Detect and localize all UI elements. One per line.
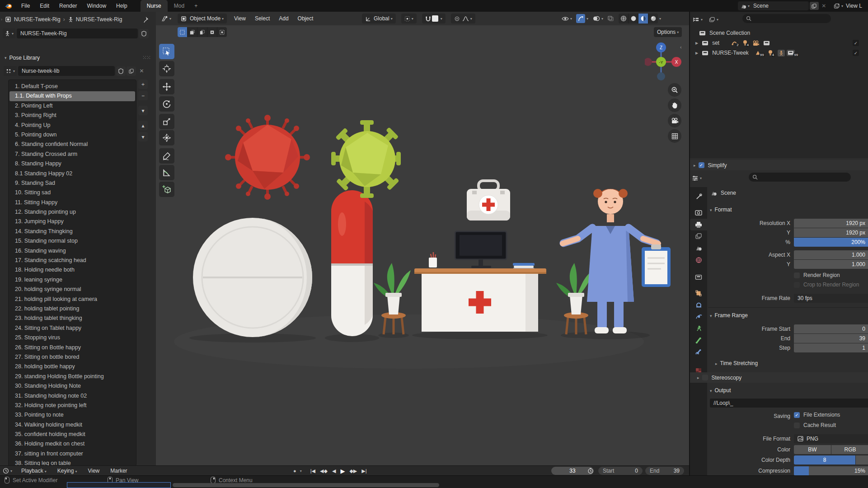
- pose-library-header[interactable]: ▾ Pose Library ⁙⁙: [0, 53, 156, 62]
- color-bw-button[interactable]: BW: [794, 445, 831, 454]
- pose-item[interactable]: 31. Standing holding note 02: [9, 391, 136, 401]
- use-preview-range-button[interactable]: [587, 468, 594, 474]
- output-panel-header[interactable]: ▾Output: [710, 386, 731, 395]
- simplify-panel-header[interactable]: ▸ ✓ Simplify: [690, 160, 868, 170]
- workspace-tab[interactable]: Nurse: [141, 0, 168, 12]
- select-intersect-mode-button[interactable]: [217, 27, 227, 37]
- pan-hand-button[interactable]: [668, 99, 681, 112]
- gizmos-dropdown[interactable]: ▾: [576, 14, 588, 23]
- pose-item[interactable]: 10. Sitting sad: [9, 188, 136, 197]
- new-scene-button[interactable]: [810, 2, 818, 10]
- tab-render[interactable]: [690, 207, 707, 219]
- frame-start-field[interactable]: 0: [794, 324, 868, 333]
- pose-specials-menu-button[interactable]: ▾: [138, 106, 148, 115]
- pin-icon[interactable]: [144, 16, 150, 23]
- pose-item[interactable]: 2. Pointing Left: [9, 101, 136, 111]
- tab-scene[interactable]: [690, 242, 707, 254]
- timeline-editor-type-button[interactable]: ▾: [3, 468, 12, 474]
- overlays-dropdown[interactable]: ▾: [592, 15, 603, 22]
- view-layer-selector[interactable]: ▾ View L: [834, 1, 862, 10]
- pose-item[interactable]: 18. Holding needle both: [9, 265, 136, 275]
- move-pose-down-button[interactable]: ▾: [138, 132, 148, 141]
- delete-scene-button[interactable]: ✕: [820, 2, 828, 10]
- outliner-scene-collection-row[interactable]: Scene Collection: [699, 28, 750, 38]
- tab-world[interactable]: [690, 254, 707, 266]
- shading-solid-button[interactable]: [629, 14, 638, 23]
- timeline-menu-playback[interactable]: Playback▾: [16, 468, 52, 474]
- tab-bone-constraints[interactable]: [690, 346, 707, 358]
- outliner-display-mode-button[interactable]: ▾: [693, 14, 703, 24]
- orthographic-toggle-button[interactable]: [668, 129, 681, 143]
- tab-output[interactable]: [690, 219, 707, 230]
- sidebar-toggle-arrow[interactable]: ‹: [680, 44, 682, 50]
- compression-slider[interactable]: 15%: [794, 466, 868, 475]
- shading-wireframe-button[interactable]: [619, 14, 629, 23]
- status-scrollbar[interactable]: [173, 483, 439, 487]
- zoom-button[interactable]: [668, 83, 681, 97]
- timeline-menu-view[interactable]: View: [82, 468, 105, 474]
- aspect-x-field[interactable]: 1.000: [794, 250, 868, 259]
- fake-user-shield-button[interactable]: [116, 66, 126, 76]
- expand-arrow-icon[interactable]: ▶: [695, 41, 698, 45]
- pose-library-name-field[interactable]: Nurse-tweek-lib: [18, 66, 115, 76]
- add-workspace-button[interactable]: +: [191, 3, 201, 9]
- file-format-dropdown[interactable]: PNG: [794, 434, 868, 443]
- region-toggle-icon[interactable]: ›: [1, 17, 2, 22]
- outliner-collection-row[interactable]: ▶ set 2 4 ✓: [695, 38, 867, 48]
- resolution-x-field[interactable]: 1920 px: [794, 219, 868, 228]
- pose-item[interactable]: 5. Pointing down: [9, 130, 136, 140]
- capsule-pill-object[interactable]: [331, 190, 373, 336]
- auto-keying-record-button[interactable]: ●: [291, 468, 299, 474]
- color-depth-16-button[interactable]: [856, 455, 868, 465]
- properties-search-input[interactable]: [749, 173, 851, 182]
- frame-end-field[interactable]: 39: [794, 334, 868, 343]
- tool-cursor[interactable]: [159, 61, 174, 76]
- frame-rate-dropdown[interactable]: 30 fps: [794, 294, 868, 303]
- select-invert-mode-button[interactable]: [207, 27, 217, 37]
- object-visibility-dropdown[interactable]: ▾: [562, 16, 572, 22]
- play-reverse-button[interactable]: ◀: [330, 468, 338, 474]
- output-path-field[interactable]: //Loop\_: [710, 399, 868, 408]
- pose-item[interactable]: 14. Standing Thingking: [9, 227, 136, 236]
- action-browse-button[interactable]: ▾: [4, 66, 17, 76]
- jump-to-end-button[interactable]: ▶|: [359, 468, 369, 474]
- frame-step-field[interactable]: 1: [794, 343, 868, 352]
- pose-item[interactable]: 36. Holding medkit on chest: [9, 439, 136, 449]
- pose-item[interactable]: 29. standing Holding Bottle pointing: [9, 372, 136, 381]
- properties-editor-type-button[interactable]: ▾: [692, 173, 702, 183]
- outliner-collection-row[interactable]: ▶ NURSE-Tweek 99 4 99 ✓: [695, 48, 867, 58]
- proportional-editing-toggle[interactable]: ▾: [451, 14, 475, 23]
- transform-orientation-dropdown[interactable]: Global▾: [362, 14, 396, 23]
- viewport-menu[interactable]: Object: [293, 15, 318, 22]
- stereoscopy-panel-header[interactable]: ▸ Stereoscopy: [690, 372, 868, 383]
- pose-item[interactable]: 8. Standing Happy: [9, 159, 136, 169]
- crop-render-region-checkbox[interactable]: [794, 282, 800, 288]
- unlink-button[interactable]: ✕: [137, 66, 146, 76]
- format-panel-header[interactable]: ▾Format: [710, 205, 732, 214]
- tool-select-box[interactable]: [159, 44, 174, 59]
- pose-item[interactable]: 16. Standing waving: [9, 246, 136, 256]
- viewport-menu[interactable]: Select: [250, 15, 274, 22]
- options-dropdown[interactable]: Options▾: [654, 27, 682, 37]
- tab-bone[interactable]: [690, 334, 707, 346]
- scene-field[interactable]: ▾ Scene: [738, 1, 809, 10]
- pose-item[interactable]: 24. Sitting on Tablet happy: [9, 324, 136, 333]
- pivot-point-dropdown[interactable]: ▾: [401, 14, 417, 23]
- previous-keyframe-button[interactable]: ◀◆: [318, 468, 330, 474]
- select-subtract-mode-button[interactable]: [197, 27, 207, 37]
- pose-item[interactable]: 13. Jumping Happy: [9, 217, 136, 226]
- pose-item[interactable]: 34. Walking holding medkit: [9, 420, 136, 430]
- pose-item[interactable]: 30. Standing Holding Note: [9, 381, 136, 391]
- shading-rendered-button[interactable]: [648, 14, 658, 23]
- resolution-percent-slider[interactable]: 200%: [794, 238, 868, 247]
- pose-item[interactable]: 19. leaning syringe: [9, 275, 136, 285]
- select-box-mode-button[interactable]: [178, 27, 188, 37]
- pose-item[interactable]: 20. holding syringe normal: [9, 285, 136, 294]
- green-virus-object[interactable]: [331, 120, 401, 198]
- tab-object-data[interactable]: [690, 323, 707, 334]
- armature-name-field[interactable]: NURSE-Tweek-Rig: [17, 28, 138, 38]
- pose-item[interactable]: 35. confident holding medkit: [9, 430, 136, 439]
- workspace-tab[interactable]: Mod: [168, 0, 191, 12]
- camera-view-button[interactable]: [668, 114, 681, 127]
- tab-object[interactable]: [690, 287, 707, 299]
